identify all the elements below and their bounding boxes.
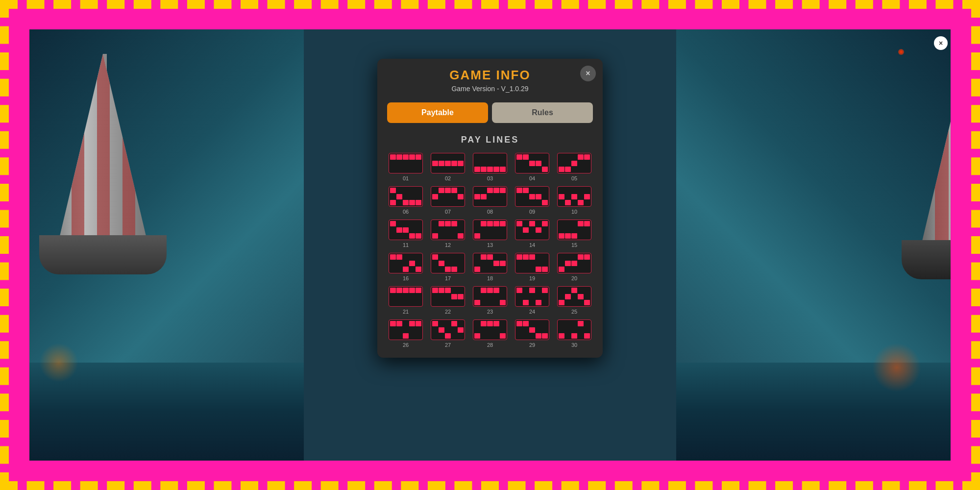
payline-cell bbox=[390, 294, 396, 299]
payline-cell bbox=[445, 221, 451, 226]
payline-cell bbox=[396, 321, 402, 326]
payline-cell bbox=[571, 261, 577, 266]
payline-item: 10 bbox=[556, 186, 593, 215]
payline-cell bbox=[409, 154, 415, 160]
payline-cell bbox=[458, 267, 464, 272]
close-button[interactable]: × bbox=[580, 66, 596, 81]
payline-cell bbox=[487, 321, 493, 326]
payline-cell bbox=[559, 221, 564, 226]
payline-cell bbox=[445, 321, 451, 326]
payline-cell bbox=[409, 327, 415, 333]
payline-cell bbox=[409, 233, 415, 239]
payline-cell bbox=[474, 294, 480, 299]
payline-number: 12 bbox=[445, 242, 451, 248]
payline-cell bbox=[542, 288, 548, 293]
payline-cell bbox=[481, 267, 487, 272]
payline-cell bbox=[536, 227, 541, 233]
payline-number: 17 bbox=[445, 275, 451, 281]
payline-cell bbox=[481, 161, 487, 166]
outer-close-button[interactable]: × bbox=[934, 36, 948, 50]
payline-cell bbox=[529, 161, 535, 166]
payline-cell bbox=[571, 288, 577, 293]
payline-item: 21 bbox=[387, 286, 424, 315]
payline-number: 03 bbox=[487, 175, 493, 181]
payline-cell bbox=[542, 200, 548, 205]
payline-item: 08 bbox=[471, 186, 509, 215]
payline-cell bbox=[458, 233, 464, 239]
payline-number: 11 bbox=[403, 242, 409, 248]
payline-cell bbox=[516, 261, 522, 266]
modal-version: Game Version - V_1.0.29 bbox=[387, 85, 593, 93]
payline-cell bbox=[474, 188, 480, 193]
payline-cell bbox=[516, 267, 522, 272]
payline-cell bbox=[474, 300, 480, 305]
payline-cell bbox=[536, 327, 541, 333]
payline-cell bbox=[500, 194, 506, 199]
payline-number: 09 bbox=[529, 209, 535, 215]
payline-cell bbox=[529, 294, 535, 299]
payline-cell bbox=[481, 200, 487, 205]
payline-cell bbox=[536, 261, 541, 266]
payline-cell bbox=[451, 233, 457, 239]
payline-cell bbox=[523, 300, 529, 305]
payline-cell bbox=[474, 154, 480, 160]
payline-cell bbox=[493, 294, 499, 299]
payline-cell bbox=[571, 267, 577, 272]
payline-cell bbox=[390, 321, 396, 326]
payline-cell bbox=[458, 227, 464, 233]
payline-cell bbox=[536, 294, 541, 299]
paytable-tab[interactable]: Paytable bbox=[387, 102, 488, 123]
payline-cell bbox=[578, 167, 584, 172]
payline-cell bbox=[403, 327, 409, 333]
payline-cell bbox=[565, 294, 571, 299]
payline-number: 25 bbox=[571, 309, 577, 315]
payline-cell bbox=[536, 221, 541, 226]
payline-cell bbox=[487, 267, 493, 272]
payline-cell bbox=[396, 233, 402, 239]
payline-cell bbox=[451, 261, 457, 266]
payline-number: 07 bbox=[445, 209, 451, 215]
payline-cell bbox=[529, 154, 535, 160]
payline-cell bbox=[559, 300, 564, 305]
payline-cell bbox=[493, 254, 499, 260]
payline-cell bbox=[396, 194, 402, 199]
rules-tab[interactable]: Rules bbox=[492, 102, 593, 123]
payline-cell bbox=[493, 188, 499, 193]
payline-cell bbox=[571, 254, 577, 260]
payline-cell bbox=[396, 221, 402, 226]
payline-cell bbox=[409, 261, 415, 266]
payline-cell bbox=[390, 200, 396, 205]
payline-cell bbox=[439, 154, 444, 160]
payline-cell bbox=[529, 321, 535, 326]
payline-cell bbox=[474, 327, 480, 333]
payline-number: 23 bbox=[487, 309, 493, 315]
payline-cell bbox=[439, 227, 444, 233]
modal-body[interactable]: PAY LINES 010203040506070809101112131415… bbox=[377, 130, 603, 358]
payline-cell bbox=[474, 194, 480, 199]
payline-cell bbox=[390, 167, 396, 172]
payline-item: 03 bbox=[471, 153, 509, 181]
payline-cell bbox=[565, 161, 571, 166]
payline-cell bbox=[584, 267, 590, 272]
payline-cell bbox=[451, 161, 457, 166]
payline-item: 15 bbox=[556, 220, 593, 248]
payline-cell bbox=[439, 188, 444, 193]
payline-cell bbox=[432, 327, 438, 333]
payline-cell bbox=[523, 161, 529, 166]
payline-cell bbox=[565, 300, 571, 305]
payline-cell bbox=[396, 333, 402, 339]
payline-cell bbox=[451, 294, 457, 299]
payline-cell bbox=[523, 221, 529, 226]
payline-cell bbox=[432, 200, 438, 205]
payline-cell bbox=[578, 261, 584, 266]
payline-cell bbox=[578, 233, 584, 239]
payline-cell bbox=[516, 200, 522, 205]
payline-cell bbox=[403, 188, 409, 193]
payline-cell bbox=[565, 321, 571, 326]
payline-cell bbox=[536, 321, 541, 326]
payline-cell bbox=[529, 194, 535, 199]
payline-cell bbox=[439, 161, 444, 166]
payline-cell bbox=[559, 267, 564, 272]
payline-cell bbox=[416, 321, 421, 326]
payline-cell bbox=[451, 167, 457, 172]
